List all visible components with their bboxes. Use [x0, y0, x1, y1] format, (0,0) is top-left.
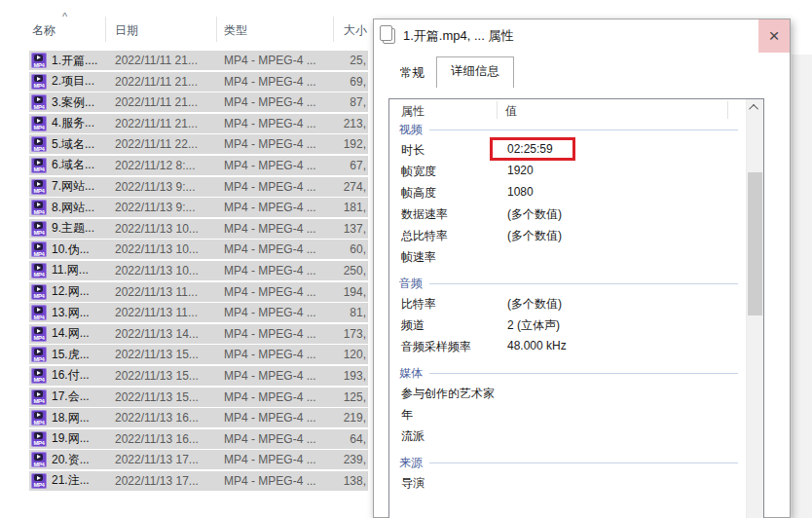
file-row[interactable]: MP4 14.网... 2022/11/13 14... MP4 - MPEG-…: [29, 324, 368, 344]
details-property-row[interactable]: 数据速率 (多个数值): [389, 203, 763, 224]
mp4-icon-label: MP4: [31, 440, 47, 446]
file-size: 219,: [344, 411, 366, 425]
mp4-file-icon: MP4: [31, 241, 47, 257]
mp4-file-icon: MP4: [31, 136, 47, 152]
column-header-name[interactable]: 名称: [32, 22, 55, 39]
file-row[interactable]: MP4 7.网站... 2022/11/13 9:... MP4 - MPEG-…: [29, 177, 368, 197]
mp4-icon-label: MP4: [31, 272, 47, 278]
details-property-row[interactable]: 总比特率 (多个数值): [389, 224, 763, 245]
file-size: 120,: [344, 348, 366, 361]
file-row[interactable]: MP4 16.付... 2022/11/13 15... MP4 - MPEG-…: [29, 366, 368, 386]
section-label: 视频: [399, 122, 423, 138]
property-value: 2 (立体声): [507, 317, 560, 334]
column-header-type[interactable]: 类型: [224, 22, 247, 39]
file-row[interactable]: MP4 18.网... 2022/11/13 16... MP4 - MPEG-…: [29, 408, 368, 427]
mp4-icon-label: MP4: [31, 356, 47, 362]
play-icon: [34, 349, 43, 355]
file-type: MP4 - MPEG-4 ...: [224, 95, 316, 109]
details-property-row[interactable]: 帧宽度 1920: [389, 160, 763, 181]
file-date: 2022/11/13 9:...: [115, 201, 196, 214]
details-property-row[interactable]: 导演: [389, 471, 763, 493]
details-property-row[interactable]: 帧高度 1080: [389, 181, 763, 203]
file-type: MP4 - MPEG-4 ...: [224, 264, 316, 278]
play-icon: [34, 264, 43, 271]
column-header-value[interactable]: 值: [505, 103, 517, 120]
file-row[interactable]: MP4 12.网... 2022/11/13 11... MP4 - MPEG-…: [29, 282, 368, 302]
details-columns-header: 属性 值: [389, 99, 763, 121]
mp4-file-icon: MP4: [31, 263, 47, 278]
mp4-file-icon: MP4: [31, 158, 47, 173]
file-size: 69,: [350, 75, 366, 89]
file-row[interactable]: MP4 13.网... 2022/11/13 11... MP4 - MPEG-…: [29, 303, 368, 322]
file-date: 2022/11/12 8:...: [115, 159, 196, 172]
mp4-icon-label: MP4: [31, 420, 47, 426]
play-icon: [34, 55, 43, 61]
file-row[interactable]: MP4 4.服务... 2022/11/11 21... MP4 - MPEG-…: [29, 114, 368, 133]
file-type: MP4 - MPEG-4 ...: [224, 137, 316, 151]
file-row[interactable]: MP4 11.网... 2022/11/13 10... MP4 - MPEG-…: [29, 261, 368, 280]
details-property-row[interactable]: 比特率 (多个数值): [389, 292, 763, 314]
file-type: MP4 - MPEG-4 ...: [224, 201, 316, 214]
mp4-icon-label: MP4: [31, 251, 47, 257]
file-row[interactable]: MP4 3.案例... 2022/11/11 21... MP4 - MPEG-…: [29, 92, 368, 112]
close-button[interactable]: ×: [758, 19, 790, 53]
file-row[interactable]: MP4 9.主题... 2022/11/13 10... MP4 - MPEG-…: [29, 219, 368, 239]
play-icon: [34, 222, 43, 229]
file-row[interactable]: MP4 5.域名... 2022/11/11 22... MP4 - MPEG-…: [29, 134, 368, 154]
column-header-property[interactable]: 属性: [401, 103, 424, 120]
property-label: 音频采样频率: [401, 339, 471, 355]
details-property-row[interactable]: 参与创作的艺术家: [389, 382, 763, 403]
details-property-row[interactable]: 年: [389, 403, 763, 425]
property-label: 比特率: [401, 296, 436, 313]
scrollbar-thumb[interactable]: [748, 172, 762, 315]
file-row[interactable]: MP4 1.开篇.... 2022/11/11 21... MP4 - MPEG…: [29, 51, 368, 70]
properties-dialog: 1.开篇.mp4, ... 属性 × 常规 详细信息 属性 值 视频 时长 02…: [373, 18, 791, 518]
file-name: 9.主题...: [52, 220, 114, 237]
play-icon: [34, 285, 43, 292]
file-type: MP4 - MPEG-4 ...: [224, 222, 316, 236]
vertical-scrollbar[interactable]: [746, 99, 763, 518]
details-property-row[interactable]: 频道 2 (立体声): [389, 314, 763, 335]
file-size: 192,: [344, 137, 366, 151]
file-name: 14.网...: [52, 325, 114, 342]
file-row[interactable]: MP4 15.虎... 2022/11/13 15... MP4 - MPEG-…: [29, 345, 368, 364]
background-strip: [792, 55, 812, 518]
file-row[interactable]: MP4 2.项目... 2022/11/11 21... MP4 - MPEG-…: [29, 72, 368, 92]
property-label: 时长: [401, 142, 424, 159]
file-row[interactable]: MP4 21.注... 2022/11/13 17... MP4 - MPEG-…: [29, 471, 368, 491]
file-size: 194,: [344, 285, 366, 299]
file-type: MP4 - MPEG-4 ...: [224, 432, 316, 446]
tab-details[interactable]: 详细信息: [436, 56, 514, 88]
mp4-icon-label: MP4: [31, 166, 47, 172]
mp4-file-icon: MP4: [31, 452, 47, 467]
details-property-row[interactable]: 时长 02:25:59: [389, 138, 763, 160]
file-row[interactable]: MP4 8.网站... 2022/11/13 9:... MP4 - MPEG-…: [29, 198, 368, 217]
tab-general[interactable]: 常规: [388, 60, 436, 88]
mp4-file-icon: MP4: [31, 326, 47, 342]
scroll-up-button[interactable]: [747, 99, 763, 116]
file-row[interactable]: MP4 6.域名... 2022/11/12 8:... MP4 - MPEG-…: [29, 156, 368, 175]
file-type: MP4 - MPEG-4 ...: [224, 180, 316, 194]
mp4-icon-label: MP4: [31, 377, 47, 383]
mp4-file-icon: MP4: [31, 305, 47, 320]
mp4-icon-label: MP4: [31, 209, 47, 215]
details-property-row[interactable]: 流派: [389, 425, 763, 446]
file-rows-container: MP4 1.开篇.... 2022/11/11 21... MP4 - MPEG…: [29, 51, 368, 492]
file-row[interactable]: MP4 19.网... 2022/11/13 16... MP4 - MPEG-…: [29, 429, 368, 449]
file-name: 3.案例...: [52, 94, 114, 111]
column-separator: [333, 17, 334, 42]
mp4-icon-label: MP4: [31, 83, 47, 89]
file-name: 7.网站...: [52, 178, 114, 195]
file-row[interactable]: MP4 20.资... 2022/11/13 17... MP4 - MPEG-…: [29, 450, 368, 469]
details-property-row[interactable]: 帧速率: [389, 245, 763, 267]
column-header-date[interactable]: 日期: [115, 22, 138, 39]
details-property-row[interactable]: 音频采样频率 48.000 kHz: [389, 335, 763, 356]
file-size: 239,: [344, 453, 366, 466]
file-row[interactable]: MP4 17.会... 2022/11/13 15... MP4 - MPEG-…: [29, 388, 368, 407]
column-header-size[interactable]: 大小: [331, 22, 367, 39]
file-name: 13.网...: [52, 305, 114, 321]
file-size: 137,: [344, 222, 366, 236]
file-size: 87,: [350, 95, 366, 109]
file-name: 2.项目...: [52, 73, 114, 90]
file-row[interactable]: MP4 10.伪... 2022/11/13 10... MP4 - MPEG-…: [29, 240, 368, 259]
